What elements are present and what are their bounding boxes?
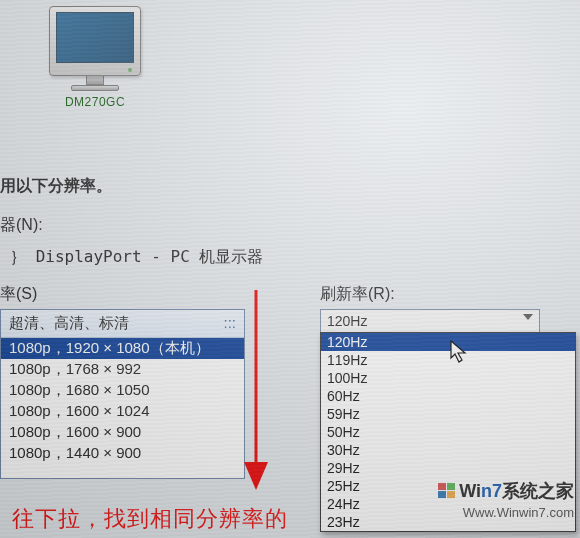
refresh-option[interactable]: 100Hz xyxy=(321,369,575,387)
resolution-item[interactable]: 1080p，1768 × 992 xyxy=(1,359,244,380)
refresh-option[interactable]: 30Hz xyxy=(321,441,575,459)
watermark: Win7系统之家 Www.Winwin7.com xyxy=(437,479,574,520)
resolution-item[interactable]: 1080p，1440 × 900 xyxy=(1,443,244,464)
refresh-option[interactable]: 119Hz xyxy=(321,351,575,369)
chevron-down-icon xyxy=(523,314,533,320)
windows-flag-icon xyxy=(437,482,457,505)
resolution-header-text: 超清、高清、标清 xyxy=(9,314,129,331)
resolution-item[interactable]: 1080p，1680 × 1050 xyxy=(1,380,244,401)
watermark-wi: Wi xyxy=(459,481,481,501)
refresh-option[interactable]: 59Hz xyxy=(321,405,575,423)
refresh-rate-selected: 120Hz xyxy=(327,313,367,329)
refresh-option[interactable]: 29Hz xyxy=(321,459,575,477)
watermark-url: Www.Winwin7.com xyxy=(437,505,574,520)
svg-marker-2 xyxy=(244,462,268,490)
resolution-header: 超清、高清、标清 ::: xyxy=(1,310,244,338)
watermark-line1: Win7系统之家 xyxy=(437,479,574,505)
monitor-device-icon[interactable]: DM270GC xyxy=(40,6,150,109)
refresh-option[interactable]: 60Hz xyxy=(321,387,575,405)
refresh-label: 刷新率(R): xyxy=(320,284,395,305)
use-resolution-label: 用以下分辨率。 xyxy=(0,176,112,197)
svg-rect-5 xyxy=(438,491,446,498)
resolution-listbox[interactable]: 超清、高清、标清 ::: 1080p，1920 × 1080（本机）1080p，… xyxy=(0,309,245,479)
svg-rect-4 xyxy=(447,483,455,490)
resolution-item[interactable]: 1080p，1600 × 900 xyxy=(1,422,244,443)
svg-rect-6 xyxy=(447,491,455,498)
monitor-label: DM270GC xyxy=(40,95,150,109)
refresh-option[interactable]: 50Hz xyxy=(321,423,575,441)
port-line: ｝ DisplayPort - PC 机显示器 xyxy=(10,247,263,268)
monitor-glyph xyxy=(49,6,141,76)
refresh-option[interactable]: 120Hz xyxy=(321,333,575,351)
svg-rect-3 xyxy=(438,483,446,490)
annotation-text: 往下拉，找到相同分辨率的 xyxy=(12,504,288,534)
watermark-n7: n7 xyxy=(481,481,502,501)
red-arrow-icon xyxy=(240,290,280,500)
resolution-item[interactable]: 1080p，1920 × 1080（本机） xyxy=(1,338,244,359)
device-label: 器(N): xyxy=(0,215,43,236)
rate-label: 率(S) xyxy=(0,284,37,305)
resolution-item[interactable]: 1080p，1600 × 1024 xyxy=(1,401,244,422)
resolution-header-dots-icon: ::: xyxy=(223,314,236,331)
watermark-suffix: 系统之家 xyxy=(502,481,574,501)
refresh-rate-combobox[interactable]: 120Hz xyxy=(320,309,540,333)
